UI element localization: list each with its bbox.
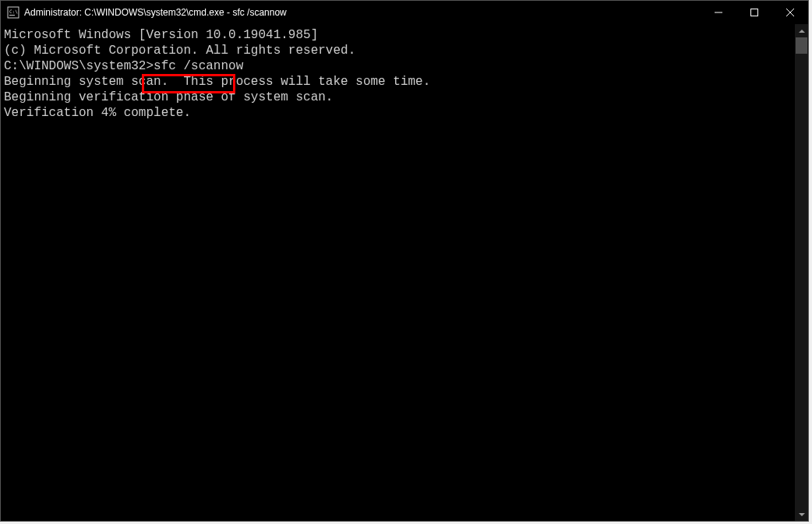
vertical-scrollbar[interactable] [795,24,808,521]
svg-marker-8 [799,513,805,516]
svg-rect-2 [9,15,15,16]
output-line: Beginning verification phase of system s… [4,90,795,105]
output-line: Verification 4% complete. [4,105,795,121]
scroll-down-icon[interactable] [795,508,808,521]
svg-text:C:\: C:\ [9,9,18,14]
scroll-thumb[interactable] [796,37,807,54]
command-text: sfc /scannow [154,58,243,74]
prompt-line: C:\WINDOWS\system32>sfc /scannow [4,58,795,74]
window-controls [701,1,808,24]
prompt-text: C:\WINDOWS\system32> [4,58,154,74]
close-button[interactable] [772,1,808,24]
output-line: Microsoft Windows [Version 10.0.19041.98… [4,27,795,43]
console-output[interactable]: Microsoft Windows [Version 10.0.19041.98… [1,24,795,521]
cmd-icon: C:\ [7,6,19,19]
minimize-button[interactable] [701,1,736,24]
svg-marker-7 [799,30,805,33]
maximize-button[interactable] [736,1,772,24]
cmd-window: C:\ Administrator: C:\WINDOWS\system32\c… [0,0,809,522]
output-line: Beginning system scan. This process will… [4,74,795,90]
output-line: (c) Microsoft Corporation. All rights re… [4,43,795,58]
console-area: Microsoft Windows [Version 10.0.19041.98… [1,24,808,521]
scroll-up-icon[interactable] [795,24,808,37]
titlebar[interactable]: C:\ Administrator: C:\WINDOWS\system32\c… [1,1,808,24]
svg-rect-4 [751,9,758,16]
window-title: Administrator: C:\WINDOWS\system32\cmd.e… [24,7,701,18]
